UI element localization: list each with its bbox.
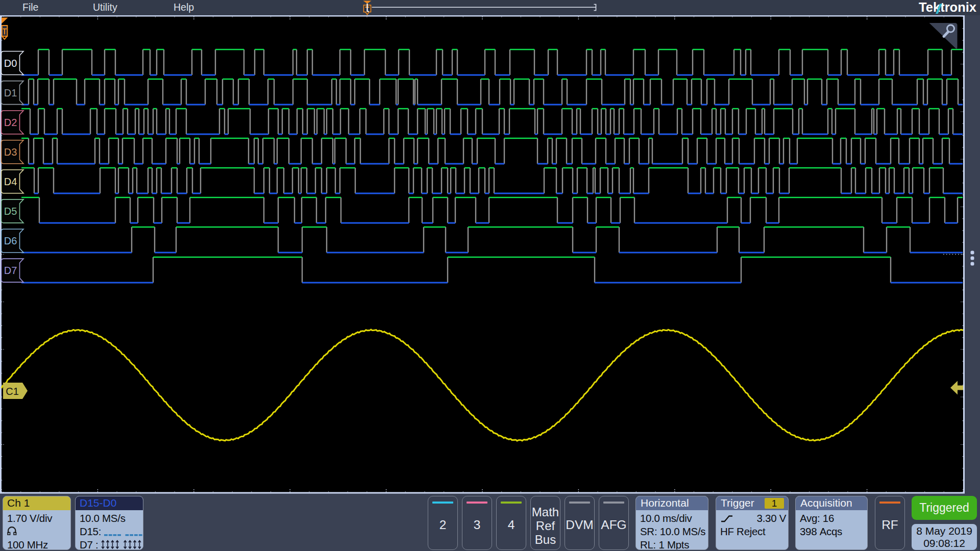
- svg-text:D0: D0: [4, 58, 17, 69]
- svg-text:D7: D7: [4, 265, 17, 276]
- svg-text:D1: D1: [4, 87, 17, 98]
- svg-text:C1: C1: [6, 386, 19, 397]
- svg-text:D6: D6: [4, 235, 17, 246]
- svg-text:D4: D4: [4, 176, 17, 187]
- svg-text:D3: D3: [4, 146, 17, 158]
- svg-text:D2: D2: [4, 117, 17, 128]
- svg-text:D5: D5: [4, 206, 17, 217]
